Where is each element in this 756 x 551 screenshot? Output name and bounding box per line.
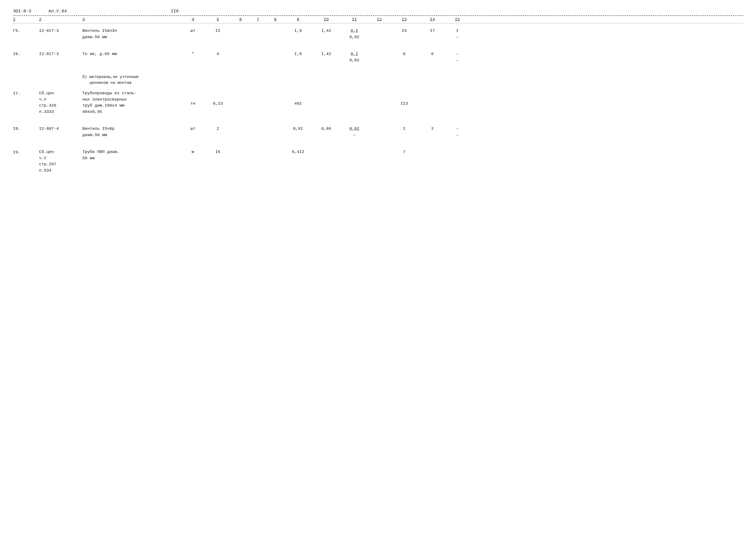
col-header-9: 9 [284, 17, 312, 22]
row17-num: I7. [13, 90, 39, 97]
row19-num: I9. [13, 149, 39, 155]
row19-desc: Труба ПВП диам.50 мм [82, 149, 182, 161]
row16-c9: I,9 [284, 51, 312, 57]
row15-c11: 0,I 0,02 [340, 28, 368, 40]
row15-unit: шт [182, 28, 204, 34]
col-header-5: 5 [204, 17, 232, 22]
row18-qty: 2 [204, 126, 232, 132]
table-row: I9. Сб.ценч.Устр.297п.534 Труба ПВП диам… [13, 149, 743, 173]
row16-c11: 0,I 0,02 [340, 51, 368, 63]
col-header-6: 6 [232, 17, 249, 22]
row15-ref: I2-8I7-3 [39, 28, 82, 34]
row15-c9: I,9 [284, 28, 312, 34]
row18-num: I8. [13, 126, 39, 132]
header-ref: Ал.У.84 [49, 9, 67, 14]
row16-c11-top: 0,I [351, 51, 358, 57]
col-header-12: I2 [368, 17, 390, 22]
row16-c11-bot: 0,02 [349, 57, 359, 63]
col-header-3: 3 [82, 17, 182, 22]
table-row: I7. Сб.ценч.Устр.426п.3333 Трубопроводы … [13, 90, 743, 115]
row15-c10: I,42 [312, 28, 340, 34]
row15-c15: I – [446, 28, 468, 40]
col-header-11: II [340, 17, 368, 22]
row16-unit: " [182, 51, 204, 57]
row15-c13: 23 [390, 28, 418, 34]
row17-c13: II3 [390, 90, 418, 107]
row16-c15: – – [446, 51, 468, 63]
header-code: ЭОI-8-3 [13, 9, 31, 14]
column-headers: I 2 3 4 5 6 7 8 9 IO II I2 I3 I4 I5 [13, 17, 743, 23]
row16-c14: 6 [418, 51, 446, 57]
row18-c13: 2 [390, 126, 418, 132]
row19-unit: м [182, 149, 204, 155]
row15-desc: Вентиль I5впЗпдиам.50 мм [82, 28, 182, 40]
table-row: Г5. I2-8I7-3 Вентиль I5впЗпдиам.50 мм шт… [13, 28, 743, 40]
row17-desc: Трубопроводы из сталь-ных электросварных… [82, 90, 182, 115]
row15-c14: I7 [418, 28, 446, 34]
row17-c9: 492 [284, 90, 312, 107]
section-b-text: б) материалы,не учтенные ценником на мон… [82, 74, 182, 86]
row18-c10: 0,86 [312, 126, 340, 132]
row17-unit: тн [182, 90, 204, 107]
row18-c15: – – [446, 126, 468, 138]
row18-c9: 0,9I [284, 126, 312, 132]
col-header-10: IO [312, 17, 340, 22]
row16-c13: 8 [390, 51, 418, 57]
row18-c11-bot: – [353, 132, 355, 138]
row19-qty: I6 [204, 149, 232, 155]
row19-c13: 7 [390, 149, 418, 155]
section-note: б) материалы,не учтенные ценником на мон… [13, 74, 743, 86]
row17-qty: 0,23 [204, 90, 232, 107]
row18-ref: I2-807-4 [39, 126, 82, 132]
top-divider [13, 15, 743, 16]
row18-c11-top: 0,0I [349, 126, 359, 132]
row15-num: Г5. [13, 28, 39, 34]
col-header-15: I5 [446, 17, 468, 22]
col-header-1: I [13, 17, 39, 22]
row18-unit: шт [182, 126, 204, 132]
row18-desc: Вентиль I5ч8рдиам.50 мм [82, 126, 182, 138]
col-header-4: 4 [182, 17, 204, 22]
header: ЭОI-8-3 Ал.У.84 II8 [13, 9, 743, 14]
table-row: I8. I2-807-4 Вентиль I5ч8рдиам.50 мм шт … [13, 126, 743, 138]
row16-num: I6. [13, 51, 39, 57]
row16-desc: То же, д.65 мм [82, 51, 182, 57]
row15-c11-bot: 0,02 [349, 34, 359, 40]
header-page: II8 [171, 9, 178, 14]
col-header-8: 8 [267, 17, 284, 22]
row18-c14: 2 [418, 126, 446, 132]
row19-ref: Сб.ценч.Устр.297п.534 [39, 149, 82, 173]
col-header-2: 2 [39, 17, 82, 22]
row19-c9: 0,4I2 [284, 149, 312, 155]
col-header-7: 7 [249, 17, 267, 22]
row15-qty: I2 [204, 28, 232, 34]
col-header-14: I4 [418, 17, 446, 22]
row17-ref: Сб.ценч.Устр.426п.3333 [39, 90, 82, 115]
row16-c10: I,42 [312, 51, 340, 57]
row15-c11-top: 0,I [351, 28, 358, 34]
col-header-13: I3 [390, 17, 418, 22]
row16-qty: 4 [204, 51, 232, 57]
row16-ref: I2-8I7-3 [39, 51, 82, 57]
table-row: I6. I2-8I7-3 То же, д.65 мм " 4 I,9 I,42… [13, 51, 743, 63]
row18-c11: 0,0I – [340, 126, 368, 138]
